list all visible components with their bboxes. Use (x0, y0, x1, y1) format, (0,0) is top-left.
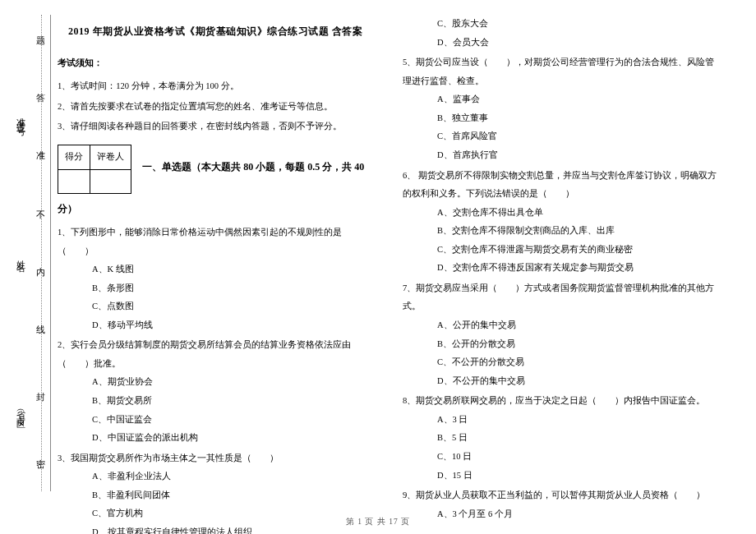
notice-line: 2、请首先按要求在试卷的指定位置填写您的姓名、准考证号等信息。 (58, 98, 373, 117)
question-stem: 5、期货公司应当设（ ），对期货公司经营管理行为的合法合规性、风险管理进行监督、… (403, 53, 718, 90)
question-option: D、会员大会 (403, 34, 718, 53)
question-block: 1、下列图形中，能够消除日常价格运动中偶然因素引起的不规则性的是（ ） A、K … (58, 223, 373, 334)
question-option: A、期货业协会 (58, 373, 373, 392)
score-cell-blank (90, 169, 131, 194)
score-cell-score: 得分 (58, 145, 90, 170)
question-stem: 6、 期货交易所不得限制实物交割总量，并应当与交割仓库签订协议，明确双方的权利和… (403, 167, 718, 204)
question-stem: 9、期货从业人员获取不正当利益的，可以暂停其期货从业人员资格（ ） (403, 486, 718, 505)
question-option: D、不公开的集中交易 (403, 372, 718, 391)
question-block: 6、 期货交易所不得限制实物交割总量，并应当与交割仓库签订协议，明确双方的权利和… (403, 167, 718, 278)
left-column: 2019 年期货从业资格考试《期货基础知识》综合练习试题 含答案 考试须知： 1… (51, 15, 388, 509)
page-body: 2019 年期货从业资格考试《期货基础知识》综合练习试题 含答案 考试须知： 1… (0, 0, 756, 534)
notice-line: 1、考试时间：120 分钟，本卷满分为 100 分。 (58, 77, 373, 96)
question-stem: 7、期货交易应当采用（ ）方式或者国务院期货监督管理机构批准的其他方式。 (403, 279, 718, 316)
exam-title: 2019 年期货从业资格考试《期货基础知识》综合练习试题 含答案 (58, 21, 373, 43)
question-option: D、首席执行官 (403, 146, 718, 165)
question-option: C、不公开的分散交易 (403, 353, 718, 372)
question-option: A、公开的集中交易 (403, 316, 718, 335)
seal-char-da: 答 (36, 92, 45, 104)
question-option: C、股东大会 (403, 15, 718, 34)
seal-char-zhun: 准 (36, 150, 45, 162)
question-option: C、10 日 (403, 448, 718, 467)
notice-line: 3、请仔细阅读各种题目的回答要求，在密封线内答题，否则不予评分。 (58, 117, 373, 136)
dotted-cut-line (41, 15, 42, 491)
question-stem: 2、实行会员分级结算制度的期货交易所结算会员的结算业务资格依法应由（ ）批准。 (58, 336, 373, 373)
question-stem: 1、下列图形中，能够消除日常价格运动中偶然因素引起的不规则性的是（ ） (58, 223, 373, 260)
seal-char-ti: 题 (36, 35, 45, 47)
question-option: B、交割仓库不得限制交割商品的入库、出库 (403, 222, 718, 241)
page-footer: 第 1 页 共 17 页 (0, 517, 756, 527)
question-option: C、交割仓库不得泄露与期货交易有关的商业秘密 (403, 241, 718, 260)
notice-header: 考试须知： (58, 54, 373, 73)
seal-char-feng: 封 (36, 391, 45, 403)
score-cell-grader: 评卷人 (90, 145, 131, 170)
question-stem: 8、期货交易所联网交易的，应当于决定之日起（ ）内报告中国证监会。 (403, 392, 718, 411)
question-option: A、K 线图 (58, 260, 373, 279)
question-option: B、非盈利民间团体 (58, 486, 373, 505)
score-cell-blank (58, 169, 90, 194)
question-option: B、独立董事 (403, 109, 718, 128)
binding-label-name: 姓名 (15, 253, 27, 260)
question-option: B、5 日 (403, 429, 718, 448)
question-option: D、交割仓库不得违反国家有关规定参与期货交易 (403, 259, 718, 278)
binding-margin: 省（市区） 姓名 准考证号 密 封 线 内 不 准 答 题 (12, 15, 51, 491)
question-option: D、中国证监会的派出机构 (58, 429, 373, 448)
question-option: C、中国证监会 (58, 411, 373, 430)
question-option: B、期货交易所 (58, 392, 373, 411)
question-block: 8、期货交易所联网交易的，应当于决定之日起（ ）内报告中国证监会。 A、3 日 … (403, 392, 718, 485)
question-option: D、15 日 (403, 467, 718, 486)
seal-char-bu: 不 (36, 209, 45, 221)
score-table: 得分 评卷人 (58, 145, 131, 194)
question-option: A、交割仓库不得出具仓单 (403, 204, 718, 223)
question-option: C、首席风险官 (403, 127, 718, 146)
question-stem: 3、我国期货交易所作为市场主体之一其性质是（ ） (58, 449, 373, 468)
question-option: B、公开的分散交易 (403, 335, 718, 354)
question-option: D、移动平均线 (58, 316, 373, 335)
question-block: 2、实行会员分级结算制度的期货交易所结算会员的结算业务资格依法应由（ ）批准。 … (58, 336, 373, 447)
right-column: C、股东大会 D、会员大会 5、期货公司应当设（ ），对期货公司经营管理行为的合… (388, 15, 733, 509)
question-option: C、点数图 (58, 297, 373, 316)
seal-char-nei: 内 (36, 266, 45, 279)
seal-char-mi: 密 (36, 458, 45, 471)
section-row: 得分 评卷人 一、单选题（本大题共 80 小题，每题 0.5 分，共 40 分） (58, 138, 373, 220)
question-option: B、条形图 (58, 279, 373, 298)
question-block: 5、期货公司应当设（ ），对期货公司经营管理行为的合法合规性、风险管理进行监督、… (403, 53, 718, 164)
question-option: A、非盈利企业法人 (58, 467, 373, 486)
binding-label-province: 省（市区） (15, 403, 27, 419)
binding-label-ticket: 准考证号 (15, 110, 27, 123)
question-option: A、3 日 (403, 411, 718, 430)
question-block: 7、期货交易应当采用（ ）方式或者国务院期货监督管理机构批准的其他方式。 A、公… (403, 279, 718, 390)
seal-char-xian: 线 (36, 324, 45, 336)
question-option: A、监事会 (403, 90, 718, 109)
